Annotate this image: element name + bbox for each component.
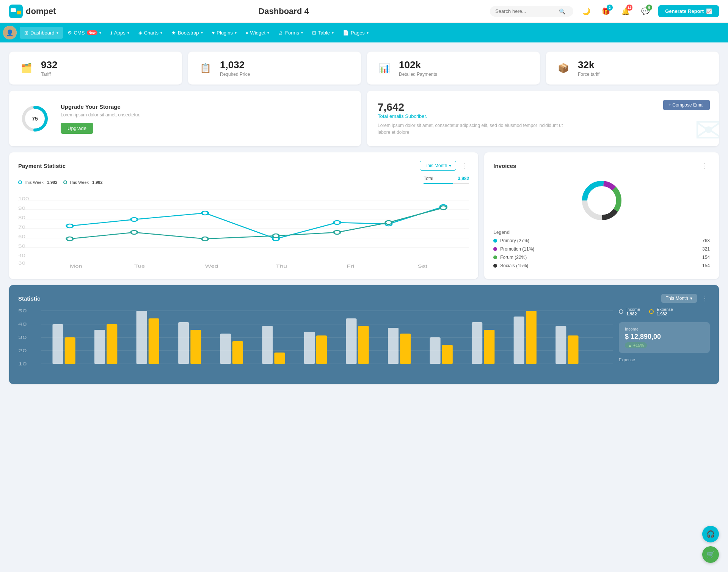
statistic-header: Statistic This Month ▾ ⋮ bbox=[18, 293, 710, 304]
nav-item-charts[interactable]: ◈ Charts ▾ bbox=[134, 27, 167, 39]
nav-label-charts: Charts bbox=[144, 30, 158, 36]
income-expense-sidebar: Income 1.982 Expense 1.982 Income $ bbox=[619, 307, 710, 376]
compose-email-button[interactable]: + Compose Email bbox=[663, 100, 710, 110]
email-bg-icon: ✉ bbox=[694, 110, 719, 146]
income-box-value: $ 12,890,00 bbox=[625, 333, 704, 341]
email-description: Lorem ipsum dolor sit amet, consectetur … bbox=[378, 122, 567, 136]
income-badge: ▲ +15% bbox=[625, 342, 647, 348]
stat-info-force-tariff: 32k Force tariff bbox=[578, 59, 599, 77]
bell-btn[interactable]: 🔔 12 bbox=[619, 5, 632, 18]
chevron-icon-plugins: ▾ bbox=[235, 31, 237, 35]
detailed-payments-value: 102k bbox=[399, 59, 437, 71]
middle-row: 75 Upgrade Your Storage Lorem ipsum dolo… bbox=[9, 91, 719, 146]
invoices-title: Invoices bbox=[493, 163, 516, 169]
nav-item-apps[interactable]: ℹ Apps ▾ bbox=[106, 27, 134, 39]
line-chart-svg: 100 90 80 70 60 50 40 30 Mon Tue Wed Thu… bbox=[18, 193, 469, 268]
total-value: 3,982 bbox=[458, 176, 469, 181]
search-box[interactable]: 🔍 bbox=[490, 6, 573, 17]
header-right: 🔍 🌙 🎁 2 🔔 12 💬 5 Generate Report 📈 bbox=[490, 5, 719, 18]
nav-item-pages[interactable]: 📄 Pages ▾ bbox=[338, 27, 373, 39]
svg-rect-69 bbox=[358, 326, 369, 364]
chevron-icon-charts: ▾ bbox=[160, 31, 162, 35]
statistic-dropdown-icon: ▾ bbox=[690, 296, 692, 301]
income-info: Income 1.982 bbox=[626, 307, 640, 316]
expense-box-title: Expense bbox=[619, 357, 710, 362]
payment-legend: This Week 1.982 This Week 1.982 Total 3,… bbox=[18, 176, 469, 189]
widget-nav-icon: ♦ bbox=[246, 30, 248, 36]
nav-label-dashboard: Dashboard bbox=[30, 30, 55, 36]
charts-nav-icon: ◈ bbox=[138, 30, 142, 36]
chat-btn[interactable]: 💬 5 bbox=[639, 5, 652, 18]
svg-rect-1 bbox=[11, 8, 16, 12]
tariff-value: 932 bbox=[41, 59, 57, 71]
invoices-card-header: Invoices ⋮ bbox=[493, 160, 710, 171]
income-label: Income bbox=[626, 307, 640, 312]
chat-badge: 5 bbox=[646, 5, 652, 11]
nav-label-apps: Apps bbox=[114, 30, 126, 36]
payment-menu-btn[interactable]: ⋮ bbox=[459, 160, 469, 171]
svg-rect-79 bbox=[568, 335, 578, 364]
total-label: Total bbox=[424, 176, 433, 181]
nav-label-widget: Widget bbox=[250, 30, 265, 36]
generate-report-button[interactable]: Generate Report 📈 bbox=[658, 5, 719, 17]
chevron-icon-pages: ▾ bbox=[367, 31, 369, 35]
nav-item-dashboard[interactable]: ⊞ Dashboard ▾ bbox=[20, 27, 63, 39]
nav-item-cms[interactable]: ⚙ CMS New ▾ bbox=[63, 27, 106, 39]
statistic-menu-btn[interactable]: ⋮ bbox=[700, 293, 710, 304]
svg-point-38 bbox=[440, 206, 447, 210]
svg-text:Thu: Thu bbox=[276, 264, 287, 268]
legend-item-primary: Primary (27%) 763 bbox=[493, 238, 710, 243]
upgrade-button[interactable]: Upgrade bbox=[61, 123, 93, 134]
nav-label-table: Table bbox=[318, 30, 330, 36]
legend-value-socials: 154 bbox=[702, 263, 710, 268]
nav-item-widget[interactable]: ♦ Widget ▾ bbox=[241, 27, 274, 39]
expense-legend-item: Expense 1.982 bbox=[649, 307, 673, 316]
chevron-icon-dashboard: ▾ bbox=[56, 31, 58, 35]
legend-label-0: This Week bbox=[24, 180, 44, 185]
invoices-menu-btn[interactable]: ⋮ bbox=[700, 160, 710, 171]
nav-item-forms[interactable]: 🖨 Forms ▾ bbox=[274, 27, 308, 39]
chevron-icon-apps: ▾ bbox=[127, 31, 129, 35]
nav-item-plugins[interactable]: ♥ Plugins ▾ bbox=[207, 27, 241, 39]
logo-area: dompet bbox=[9, 5, 77, 18]
svg-rect-60 bbox=[178, 322, 189, 364]
svg-rect-56 bbox=[94, 330, 105, 364]
stat-card-tariff: 🗂️ 932 Tariff bbox=[9, 52, 182, 85]
logo-text: dompet bbox=[26, 6, 56, 16]
chevron-icon-bootstrap: ▾ bbox=[201, 31, 203, 35]
svg-point-25 bbox=[66, 224, 73, 228]
legend-label-forum: Forum (22%) bbox=[500, 255, 527, 260]
apps-nav-icon: ℹ bbox=[110, 30, 112, 36]
nav-item-table[interactable]: ⊟ Table ▾ bbox=[308, 27, 338, 39]
this-month-button[interactable]: This Month ▾ bbox=[420, 161, 456, 171]
required-price-label: Required Price bbox=[220, 72, 250, 77]
gift-btn[interactable]: 🎁 2 bbox=[599, 5, 613, 18]
legend-item-forum: Forum (22%) 154 bbox=[493, 255, 710, 260]
svg-text:60: 60 bbox=[18, 235, 25, 239]
invoices-donut bbox=[493, 176, 710, 225]
search-input[interactable] bbox=[495, 8, 556, 14]
statistic-month-button[interactable]: This Month ▾ bbox=[661, 294, 697, 303]
invoices-card: Invoices ⋮ Legend bbox=[484, 152, 719, 279]
svg-rect-78 bbox=[555, 326, 566, 364]
svg-point-32 bbox=[66, 237, 73, 241]
stat-card-detailed-payments: 📊 102k Detailed Payments bbox=[367, 52, 540, 85]
nav-avatar: 👤 bbox=[3, 26, 17, 39]
progress-fill bbox=[424, 183, 453, 184]
svg-rect-54 bbox=[52, 324, 63, 364]
nav-item-bootstrap[interactable]: ★ Bootstrap ▾ bbox=[167, 27, 207, 39]
legend-value-0: 1.982 bbox=[47, 180, 58, 185]
svg-rect-72 bbox=[430, 337, 441, 364]
chevron-icon-cms: ▾ bbox=[99, 31, 101, 35]
progress-bar bbox=[424, 183, 469, 184]
statistic-inner: 50 40 30 20 10 bbox=[18, 307, 710, 376]
storage-info: Upgrade Your Storage Lorem ipsum dolor s… bbox=[61, 103, 140, 134]
dark-mode-btn[interactable]: 🌙 bbox=[579, 5, 593, 18]
dashboard-nav-icon: ⊞ bbox=[24, 30, 28, 36]
nav-bar: 👤 ⊞ Dashboard ▾ ⚙ CMS New ▾ ℹ Apps ▾ ◈ C… bbox=[0, 23, 728, 42]
stat-info-tariff: 932 Tariff bbox=[41, 59, 57, 77]
tariff-label: Tariff bbox=[41, 72, 57, 77]
payment-card: Payment Statistic This Month ▾ ⋮ This We… bbox=[9, 152, 478, 279]
legend-value-forum: 154 bbox=[702, 255, 710, 260]
income-badge-value: +15% bbox=[633, 343, 644, 348]
